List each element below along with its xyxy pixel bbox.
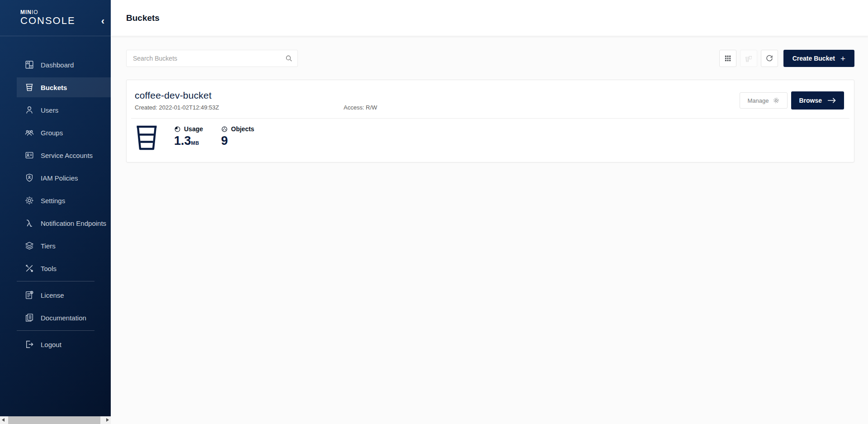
scrollbar-thumb[interactable] xyxy=(8,416,100,424)
create-bucket-label: Create Bucket xyxy=(793,55,835,62)
sidebar-item-logout[interactable]: Logout xyxy=(17,334,111,354)
sidebar-item-tiers[interactable]: Tiers xyxy=(17,236,111,256)
usage-unit: MB xyxy=(191,140,199,146)
search-input[interactable] xyxy=(126,50,298,67)
sidebar-item-label: Buckets xyxy=(41,84,67,91)
app-logo: MINIO CONSOLE ‹ xyxy=(0,0,111,36)
objects-label-row: Objects xyxy=(221,125,254,133)
bucket-card: coffee-dev-bucket Created: 2022-01-02T12… xyxy=(126,80,854,162)
sidebar-item-documentation[interactable]: Documentation xyxy=(17,308,111,328)
sidebar-item-label: Tools xyxy=(41,265,57,272)
sidebar-item-label: Notification Endpoints xyxy=(41,219,106,227)
dashboard-icon xyxy=(24,60,34,70)
objects-value: 9 xyxy=(221,135,254,147)
sidebar-item-license[interactable]: License xyxy=(17,285,111,305)
usage-value: 1.3MB xyxy=(174,135,203,147)
buckets-toolbar: Create Bucket + xyxy=(126,50,854,67)
refresh-button[interactable] xyxy=(761,50,778,67)
main-content: Create Bucket + coffee-dev-bucket Create… xyxy=(111,36,868,424)
sidebar-item-label: Tiers xyxy=(41,242,56,250)
bucket-meta: Created: 2022-01-02T12:49:53Z Access: R/… xyxy=(135,104,377,111)
bucket-card-header: coffee-dev-bucket Created: 2022-01-02T12… xyxy=(127,80,854,118)
layers-icon xyxy=(24,241,34,251)
groups-icon xyxy=(24,128,34,138)
service-accounts-icon xyxy=(24,150,34,161)
sidebar-item-label: Users xyxy=(41,106,58,114)
page-header: Buckets xyxy=(111,0,868,36)
plus-icon: + xyxy=(840,54,845,63)
search-wrap xyxy=(126,50,298,67)
bucket-created: Created: 2022-01-02T12:49:53Z xyxy=(135,104,344,111)
sidebar-item-label: Service Accounts xyxy=(41,152,93,159)
sidebar-collapse-icon[interactable]: ‹ xyxy=(101,16,104,26)
brand-minio: MINIO xyxy=(20,9,111,15)
page-title: Buckets xyxy=(126,13,160,23)
sidebar-item-label: License xyxy=(41,291,64,299)
sidebar-item-label: Logout xyxy=(41,341,61,348)
toolbar-actions: Create Bucket + xyxy=(719,50,854,67)
sidebar: MINIO CONSOLE ‹ Dashboard Buckets Users xyxy=(0,0,111,424)
refresh-icon xyxy=(765,54,774,63)
grid-view-icon xyxy=(723,54,732,63)
usage-label: Usage xyxy=(184,125,203,133)
sidebar-item-label: Settings xyxy=(41,197,65,205)
sidebar-divider xyxy=(17,330,94,331)
sidebar-item-users[interactable]: Users xyxy=(17,100,111,120)
bucket-list-view-button xyxy=(740,50,757,67)
usage-label-row: Usage xyxy=(174,125,203,133)
scroll-left-arrow-icon[interactable] xyxy=(2,418,5,422)
user-icon xyxy=(24,105,34,115)
gear-icon xyxy=(24,195,34,206)
logout-icon xyxy=(24,339,34,350)
browse-label: Browse xyxy=(799,97,822,104)
sidebar-item-service-accounts[interactable]: Service Accounts xyxy=(17,145,111,165)
lambda-icon xyxy=(24,218,34,229)
gear-icon xyxy=(773,97,780,104)
sidebar-item-dashboard[interactable]: Dashboard xyxy=(17,55,111,75)
brand-console: CONSOLE xyxy=(20,15,111,27)
bucket-icon xyxy=(136,125,158,150)
usage-metric: Usage 1.3MB xyxy=(174,125,203,147)
sidebar-item-tools[interactable]: Tools xyxy=(17,258,111,278)
brand-io-light: IO xyxy=(32,9,38,15)
sidebar-item-label: Groups xyxy=(41,129,63,137)
bucket-list-view-icon xyxy=(744,54,753,63)
license-icon xyxy=(24,290,34,300)
search-icon xyxy=(285,54,293,62)
sidebar-nav: Dashboard Buckets Users Groups Service A xyxy=(0,36,111,354)
sidebar-item-notification-endpoints[interactable]: Notification Endpoints xyxy=(17,213,111,233)
manage-label: Manage xyxy=(747,97,769,104)
sidebar-item-groups[interactable]: Groups xyxy=(17,123,111,143)
documentation-icon xyxy=(24,313,34,323)
sidebar-horizontal-scrollbar[interactable] xyxy=(0,416,111,424)
objects-metric: Objects 9 xyxy=(221,125,254,147)
sidebar-item-settings[interactable]: Settings xyxy=(17,191,111,210)
grid-view-button[interactable] xyxy=(719,50,736,67)
browse-button[interactable]: Browse xyxy=(791,91,844,110)
shield-person-icon xyxy=(24,173,34,183)
sidebar-item-label: Documentation xyxy=(41,314,86,322)
sidebar-item-iam-policies[interactable]: IAM Policies xyxy=(17,168,111,188)
usage-pie-icon xyxy=(174,126,181,133)
brand-min-bold: MIN xyxy=(20,9,32,15)
sidebar-item-buckets[interactable]: Buckets xyxy=(17,77,111,97)
tools-icon xyxy=(24,263,34,274)
sidebar-item-label: IAM Policies xyxy=(41,174,78,182)
usage-number: 1.3 xyxy=(174,134,191,148)
objects-icon xyxy=(221,126,228,133)
arrow-right-icon xyxy=(827,97,836,104)
bucket-metrics: Usage 1.3MB Objects 9 xyxy=(127,119,854,162)
bucket-name[interactable]: coffee-dev-bucket xyxy=(135,90,377,101)
sidebar-item-label: Dashboard xyxy=(41,61,74,69)
bucket-access: Access: R/W xyxy=(344,104,377,111)
manage-button[interactable]: Manage xyxy=(740,92,788,109)
buckets-icon xyxy=(24,82,34,93)
create-bucket-button[interactable]: Create Bucket + xyxy=(783,50,854,67)
sidebar-divider xyxy=(17,281,94,281)
bucket-card-buttons: Manage Browse xyxy=(740,91,844,110)
bucket-card-info: coffee-dev-bucket Created: 2022-01-02T12… xyxy=(135,90,377,111)
objects-label: Objects xyxy=(231,125,254,133)
scroll-right-arrow-icon[interactable] xyxy=(106,418,109,422)
